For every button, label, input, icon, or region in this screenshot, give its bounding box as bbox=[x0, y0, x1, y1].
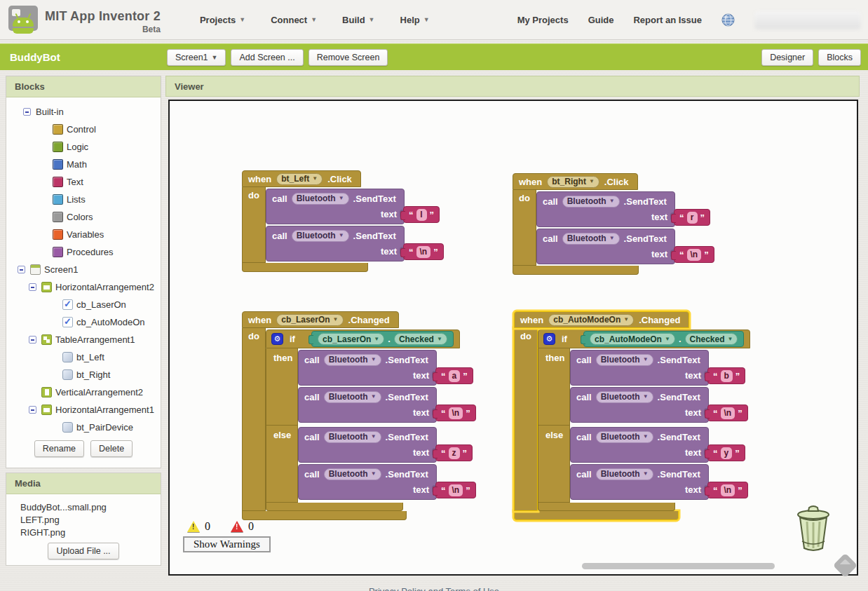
string-value-field[interactable]: \n bbox=[416, 246, 431, 258]
component-dropdown[interactable]: Bluetooth▼ bbox=[562, 196, 620, 208]
media-file-item[interactable]: LEFT.png bbox=[20, 514, 161, 527]
tree-expander-icon[interactable] bbox=[18, 266, 25, 273]
component-dropdown[interactable]: Bluetooth▼ bbox=[292, 193, 349, 205]
tree-expander-icon[interactable] bbox=[29, 283, 36, 291]
string-value-field[interactable]: \n bbox=[687, 249, 702, 261]
menu-help[interactable]: Help▼ bbox=[400, 15, 430, 25]
palette-category-control[interactable]: Control bbox=[6, 121, 161, 138]
call-method-block[interactable]: callBluetooth▼.SendTexttext“\n” bbox=[266, 226, 405, 261]
tree-item-tablearrangement1[interactable]: TableArrangement1 bbox=[6, 331, 161, 348]
call-method-block[interactable]: callBluetooth▼.SendTexttext“r” bbox=[536, 191, 675, 227]
palette-category-text[interactable]: Text bbox=[6, 173, 161, 191]
component-dropdown[interactable]: Bluetooth▼ bbox=[324, 391, 381, 403]
component-dropdown[interactable]: Bluetooth▼ bbox=[596, 354, 653, 366]
event-block-when-cb_automodeon[interactable]: whencb_AutoModeOn▼.Changeddo⚙ifcb_AutoMo… bbox=[514, 311, 750, 520]
media-file-item[interactable]: RIGHT.png bbox=[20, 527, 161, 539]
tree-item-bt_right[interactable]: bt_Right bbox=[6, 366, 161, 383]
tree-item-horizontalarrangement2[interactable]: HorizontalArrangement2 bbox=[6, 278, 161, 296]
component-dropdown[interactable]: Bluetooth▼ bbox=[562, 233, 620, 245]
text-string-block[interactable]: “\n” bbox=[435, 405, 476, 421]
tree-item-cb_laseron[interactable]: ✓cb_LaserOn bbox=[6, 296, 161, 313]
event-block-when-bt_right[interactable]: whenbt_Right▼.ClickdocallBluetooth▼.Send… bbox=[513, 173, 675, 275]
palette-category-variables[interactable]: Variables bbox=[6, 226, 161, 243]
string-value-field[interactable]: \n bbox=[721, 407, 735, 419]
mutator-gear-icon[interactable]: ⚙ bbox=[271, 333, 283, 345]
language-globe-icon[interactable] bbox=[721, 13, 735, 27]
palette-category-colors[interactable]: Colors bbox=[6, 208, 161, 226]
palette-category-lists[interactable]: Lists bbox=[6, 191, 161, 208]
designer-tab-button[interactable]: Designer bbox=[761, 49, 813, 66]
getter-component-dropdown[interactable]: cb_LaserOn▼ bbox=[318, 333, 384, 345]
guide-link[interactable]: Guide bbox=[588, 15, 614, 25]
if-then-else-block[interactable]: ⚙ifcb_LaserOn▼.Checked▼thencallBluetooth… bbox=[266, 330, 460, 511]
text-string-block[interactable]: “z” bbox=[435, 444, 473, 461]
call-method-block[interactable]: callBluetooth▼.SendTexttext“z” bbox=[298, 427, 437, 463]
call-method-block[interactable]: callBluetooth▼.SendTexttext“\n” bbox=[298, 387, 437, 423]
event-component-dropdown[interactable]: cb_LaserOn▼ bbox=[276, 314, 343, 326]
call-method-block[interactable]: callBluetooth▼.SendTexttext“\n” bbox=[570, 387, 709, 423]
call-method-block[interactable]: callBluetooth▼.SendTexttext“\n” bbox=[570, 464, 709, 500]
mutator-gear-icon[interactable]: ⚙ bbox=[543, 333, 555, 345]
event-block-when-cb_laseron[interactable]: whencb_LaserOn▼.Changeddo⚙ifcb_LaserOn▼.… bbox=[242, 311, 460, 520]
component-dropdown[interactable]: Bluetooth▼ bbox=[324, 468, 381, 480]
string-value-field[interactable]: l bbox=[416, 209, 427, 221]
tree-item-horizontalarrangement1[interactable]: HorizontalArrangement1 bbox=[6, 401, 161, 419]
blocks-workspace-canvas[interactable]: ! 0 ! 0 Show Warnings whenbt_Left▼.Click… bbox=[168, 100, 858, 576]
menu-projects[interactable]: Projects▼ bbox=[200, 15, 245, 25]
tree-item-screen1[interactable]: Screen1 bbox=[6, 261, 161, 278]
rename-button[interactable]: Rename bbox=[34, 440, 84, 457]
tree-item-bt_left[interactable]: bt_Left bbox=[6, 348, 161, 366]
event-block-when-bt_left[interactable]: whenbt_Left▼.ClickdocallBluetooth▼.SendT… bbox=[242, 170, 405, 272]
component-getter-block[interactable]: cb_AutoModeOn▼.Checked▼ bbox=[583, 331, 745, 347]
delete-button[interactable]: Delete bbox=[90, 440, 133, 457]
getter-component-dropdown[interactable]: cb_AutoModeOn▼ bbox=[590, 333, 675, 345]
event-component-dropdown[interactable]: bt_Right▼ bbox=[547, 176, 599, 188]
text-string-block[interactable]: “\n” bbox=[435, 482, 476, 498]
text-string-block[interactable]: “a” bbox=[435, 367, 473, 384]
text-string-block[interactable]: “l” bbox=[403, 206, 440, 223]
string-value-field[interactable]: z bbox=[449, 447, 460, 459]
text-string-block[interactable]: “y” bbox=[707, 444, 745, 461]
text-string-block[interactable]: “\n” bbox=[674, 246, 714, 263]
string-value-field[interactable]: a bbox=[449, 370, 461, 382]
footer-links[interactable]: Privacy Policy and Terms of Use bbox=[0, 586, 868, 591]
tree-item-verticalarrangement2[interactable]: VerticalArrangement2 bbox=[6, 383, 161, 401]
show-warnings-button[interactable]: Show Warnings bbox=[183, 536, 271, 552]
upload-file-button[interactable]: Upload File ... bbox=[48, 543, 118, 559]
string-value-field[interactable]: y bbox=[721, 447, 733, 459]
component-dropdown[interactable]: Bluetooth▼ bbox=[596, 468, 653, 480]
text-string-block[interactable]: “\n” bbox=[403, 243, 444, 260]
tree-item-built-in[interactable]: Built-in bbox=[6, 103, 161, 121]
string-value-field[interactable]: r bbox=[687, 212, 698, 224]
call-method-block[interactable]: callBluetooth▼.SendTexttext“b” bbox=[570, 350, 709, 386]
palette-category-logic[interactable]: Logic bbox=[6, 138, 161, 156]
user-account-box[interactable] bbox=[754, 11, 861, 29]
event-component-dropdown[interactable]: bt_Left▼ bbox=[276, 173, 323, 185]
call-method-block[interactable]: callBluetooth▼.SendTexttext“\n” bbox=[298, 464, 437, 500]
app-logo[interactable]: MIT App Inventor 2 Beta bbox=[7, 5, 161, 34]
palette-category-procedures[interactable]: Procedures bbox=[6, 243, 161, 261]
string-value-field[interactable]: \n bbox=[721, 484, 735, 496]
screen-selector-button[interactable]: Screen1 ▼ bbox=[167, 49, 226, 66]
report-issue-link[interactable]: Report an Issue bbox=[633, 15, 702, 25]
component-getter-block[interactable]: cb_LaserOn▼.Checked▼ bbox=[311, 331, 454, 347]
getter-property-dropdown[interactable]: Checked▼ bbox=[685, 333, 738, 345]
string-value-field[interactable]: b bbox=[721, 370, 733, 382]
blocks-tab-button[interactable]: Blocks bbox=[818, 49, 861, 66]
component-dropdown[interactable]: Bluetooth▼ bbox=[292, 230, 349, 242]
event-component-dropdown[interactable]: cb_AutoModeOn▼ bbox=[548, 314, 634, 326]
add-screen-button[interactable]: Add Screen ... bbox=[231, 49, 303, 66]
remove-screen-button[interactable]: Remove Screen bbox=[308, 49, 388, 66]
my-projects-link[interactable]: My Projects bbox=[517, 15, 569, 25]
tree-item-cb_automodeon[interactable]: ✓cb_AutoModeOn bbox=[6, 313, 161, 331]
text-string-block[interactable]: “\n” bbox=[707, 482, 748, 498]
text-string-block[interactable]: “b” bbox=[707, 367, 745, 384]
string-value-field[interactable]: \n bbox=[449, 484, 463, 496]
getter-property-dropdown[interactable]: Checked▼ bbox=[394, 333, 447, 345]
if-then-else-block[interactable]: ⚙ifcb_AutoModeOn▼.Checked▼thencallBlueto… bbox=[538, 330, 750, 511]
component-dropdown[interactable]: Bluetooth▼ bbox=[596, 391, 653, 403]
menu-connect[interactable]: Connect▼ bbox=[271, 15, 317, 25]
palette-category-math[interactable]: Math bbox=[6, 156, 161, 173]
string-value-field[interactable]: \n bbox=[449, 407, 463, 419]
text-string-block[interactable]: “\n” bbox=[707, 405, 748, 421]
